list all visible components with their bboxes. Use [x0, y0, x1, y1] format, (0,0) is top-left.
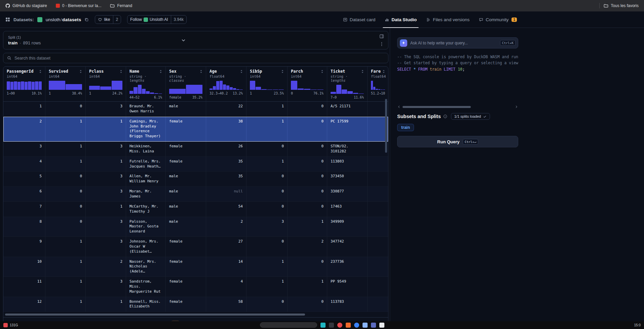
bookmark-item[interactable]: GitHub du stagiaire	[5, 3, 47, 8]
sort-icon[interactable]	[321, 70, 324, 73]
histogram-bar	[66, 84, 82, 90]
column-histogram[interactable]	[210, 81, 243, 90]
divider	[599, 3, 600, 8]
cell-sibsp: 1	[247, 117, 288, 141]
table-row[interactable]: 411Futrelle, Mrs. Jacques Heath…female35…	[3, 157, 388, 172]
github-icon	[5, 3, 10, 8]
split-chip-train[interactable]: train	[397, 124, 414, 131]
cell-fare	[368, 257, 388, 277]
histogram-bar	[10, 82, 14, 90]
org-avatar[interactable]	[37, 17, 42, 22]
column-histogram[interactable]	[49, 81, 82, 90]
table-row[interactable]: 803Palsson, Master. Gosta Leonardmale231…	[3, 217, 388, 237]
taskbar-app-light[interactable]	[379, 323, 384, 328]
taskbar-app-record[interactable]	[337, 323, 342, 328]
search-input[interactable]	[14, 56, 384, 61]
sort-icon[interactable]	[240, 70, 243, 73]
cell-sibsp: 1	[247, 277, 288, 297]
bookmark-item[interactable]: Fernand	[110, 3, 132, 8]
cell-age: 2	[206, 217, 247, 237]
run-query-button[interactable]: Run Query Ctrl+↵	[397, 136, 518, 147]
taskbar-app-lightblue[interactable]	[363, 323, 368, 328]
subsets-title: Subsets and Splits	[397, 114, 441, 119]
ask-ai-input[interactable]	[410, 41, 497, 45]
taskbar-app-indigo[interactable]	[371, 323, 376, 328]
column-histogram[interactable]	[89, 81, 122, 90]
sort-icon[interactable]	[120, 70, 122, 73]
sort-icon[interactable]	[382, 70, 385, 73]
sort-icon[interactable]	[79, 70, 82, 73]
bookmarks-right: Tous les favoris	[599, 3, 639, 8]
table-row[interactable]: 603Moran, Mr. Jamesmalenull00330877	[3, 187, 388, 202]
table-row[interactable]: 1113Sandstrom, Miss. Marguerite Rutfemal…	[3, 277, 388, 297]
cell-parch: 1	[288, 277, 327, 297]
follow-button[interactable]: Follow Unsloth AI 3.94k	[127, 15, 187, 24]
table-row[interactable]: 503Allen, Mr. William Henrymale350037345…	[3, 172, 388, 187]
column-stat-pct: 10.1%	[32, 92, 42, 95]
cell-parch: 0	[288, 117, 327, 141]
table-row[interactable]: 211Cumings, Mrs. John Bradley (Florence …	[3, 117, 388, 142]
sort-icon[interactable]	[159, 70, 162, 73]
cell-ticket: 347742	[327, 237, 368, 257]
table-row[interactable]: 913Johnson, Mrs. Oscar W (Elisabet…femal…	[3, 237, 388, 257]
split-dropdown[interactable]: Split (1) train · 891 rows	[3, 31, 191, 49]
column-stat-pct: 35.2%	[192, 96, 202, 99]
cell-passengerid: 1	[3, 102, 45, 116]
cell-pclass: 1	[86, 117, 126, 141]
histogram-bar	[278, 89, 284, 90]
repo-name[interactable]: datasets	[62, 17, 81, 22]
column-histogram[interactable]	[169, 85, 202, 94]
cell-name: Braund, Mr. Owen Harris	[126, 102, 166, 116]
column-header-age: Agefloat6432.3→40.213.2%	[206, 67, 247, 101]
sql-hscrollbar-thumb[interactable]	[403, 106, 471, 108]
sort-icon[interactable]	[361, 70, 364, 73]
taskbar-app-orange[interactable]	[346, 323, 351, 328]
column-histogram[interactable]	[7, 81, 42, 90]
hscrollbar-thumb[interactable]	[5, 314, 305, 316]
table-view-icon[interactable]	[378, 33, 385, 40]
follow-org-avatar	[144, 17, 148, 22]
taskbar-app-teal[interactable]	[320, 323, 326, 328]
column-histogram[interactable]	[291, 81, 324, 90]
sql-editor[interactable]: -- The SQL console is powered by DuckDB …	[397, 54, 518, 104]
like-count[interactable]: 2	[113, 15, 121, 24]
column-name: Fare	[371, 69, 381, 74]
taskbar-badge-icon[interactable]	[3, 323, 8, 327]
scroll-right-icon[interactable]	[515, 105, 518, 109]
cell-survived: 0	[45, 202, 86, 217]
table-row[interactable]: 1211Bonnell, Miss. Elizabethfemale580011…	[3, 297, 388, 312]
follow-count[interactable]: 3.94k	[171, 15, 186, 24]
like-button[interactable]: like 2	[95, 15, 121, 24]
all-favorites-button[interactable]: Tous les favoris	[604, 3, 639, 8]
scroll-left-icon[interactable]	[397, 105, 401, 109]
tab-data-studio[interactable]: Data Studio	[385, 11, 417, 28]
tab-community[interactable]: Community1	[479, 11, 517, 28]
table-row[interactable]: 701McCarthy, Mr. Timothy Jmale540017463	[3, 202, 388, 217]
vscrollbar-thumb[interactable]	[385, 99, 387, 153]
org-name[interactable]: unsloth	[46, 17, 61, 22]
table-row[interactable]: 1012Nasser, Mrs. Nicholas (Adele…female1…	[3, 257, 388, 277]
column-histogram[interactable]	[129, 85, 162, 94]
taskbar-app-dark[interactable]	[329, 323, 334, 328]
column-histogram[interactable]	[250, 81, 284, 90]
histogram-bar	[186, 85, 202, 94]
info-icon[interactable]	[443, 114, 447, 118]
column-histogram[interactable]	[371, 81, 385, 90]
table-row[interactable]: 313Heikkinen, Miss. Lainafemale2600STON/…	[3, 142, 388, 157]
more-options-icon[interactable]	[378, 41, 385, 47]
splits-loaded-dropdown[interactable]: 1/1 splits loaded	[451, 113, 490, 120]
taskbar-app-blue[interactable]	[354, 323, 359, 328]
sort-icon[interactable]	[281, 70, 284, 73]
sort-icon[interactable]	[200, 70, 202, 73]
taskbar-search-pill[interactable]	[260, 322, 317, 328]
cell-passengerid: 3	[3, 142, 45, 156]
cell-passengerid: 5	[3, 172, 45, 186]
table-row[interactable]: 103Braund, Mr. Owen Harrismale2210A/5 21…	[3, 102, 388, 117]
copy-icon[interactable]	[84, 17, 89, 22]
bookmark-item[interactable]: 0 - Bienvenue sur la...	[56, 3, 102, 8]
sort-icon[interactable]	[39, 70, 42, 73]
tab-files-and-versions[interactable]: Files and versions	[426, 11, 469, 28]
column-histogram[interactable]	[331, 85, 364, 94]
tab-dataset-card[interactable]: Dataset card	[343, 11, 376, 28]
histogram-bar	[226, 85, 229, 90]
